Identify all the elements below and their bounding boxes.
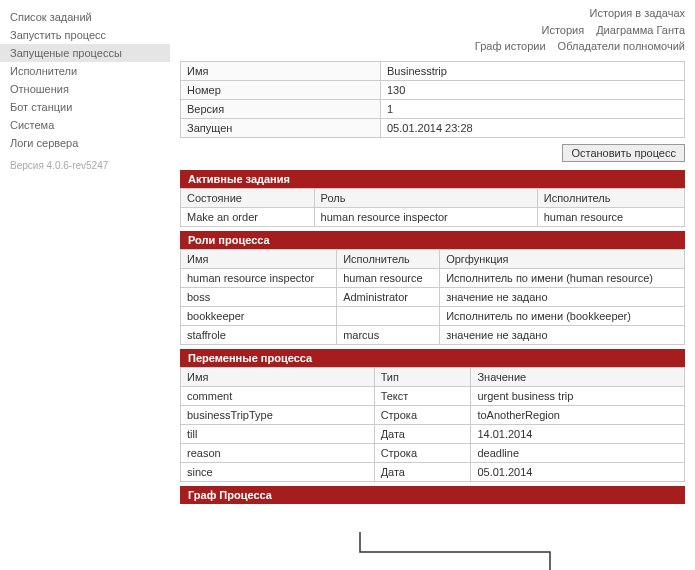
variables-table: ИмяТипЗначение commentТекстurgent busine… bbox=[180, 367, 685, 482]
link-history-tasks[interactable]: История в задачах bbox=[590, 7, 685, 19]
section-graph: Граф Процесса bbox=[180, 486, 685, 504]
table-row: businessTripTypeСтрокаtoAnotherRegion bbox=[181, 405, 685, 424]
sidebar-item-relations[interactable]: Отношения bbox=[0, 80, 170, 98]
col-type: Тип bbox=[374, 367, 471, 386]
info-ver-label: Версия bbox=[181, 99, 381, 118]
info-name-label: Имя bbox=[181, 61, 381, 80]
link-history-graph[interactable]: Граф истории bbox=[475, 40, 546, 52]
link-permissions[interactable]: Обладатели полномочий bbox=[558, 40, 685, 52]
table-row: human resource inspectorhuman resourceИс… bbox=[181, 268, 685, 287]
top-links: История в задачах ИсторияДиаграмма Ганта… bbox=[180, 5, 685, 55]
info-num-value: 130 bbox=[381, 80, 685, 99]
col-orgfunc: Оргфункция bbox=[440, 249, 685, 268]
info-ver-value: 1 bbox=[381, 99, 685, 118]
col-state: Состояние bbox=[181, 188, 315, 207]
info-start-label: Запущен bbox=[181, 118, 381, 137]
col-executor: Исполнитель bbox=[337, 249, 440, 268]
process-info-table: ИмяBusinesstrip Номер130 Версия1 Запущен… bbox=[180, 61, 685, 138]
stop-process-button[interactable]: Остановить процесс bbox=[562, 144, 685, 162]
sidebar-item-bot-stations[interactable]: Бот станции bbox=[0, 98, 170, 116]
table-row: bossAdministratorзначение не задано bbox=[181, 287, 685, 306]
sidebar-item-start-process[interactable]: Запустить процесс bbox=[0, 26, 170, 44]
sidebar-item-executors[interactable]: Исполнители bbox=[0, 62, 170, 80]
link-history[interactable]: История bbox=[542, 24, 585, 36]
table-row: reasonСтрокаdeadline bbox=[181, 443, 685, 462]
roles-table: ИмяИсполнительОргфункция human resource … bbox=[180, 249, 685, 345]
sidebar-item-server-logs[interactable]: Логи сервера bbox=[0, 134, 170, 152]
table-row: bookkeeperИсполнитель по имени (bookkeep… bbox=[181, 306, 685, 325]
sidebar: Список заданий Запустить процесс Запущен… bbox=[0, 0, 170, 570]
col-role: Роль bbox=[314, 188, 537, 207]
graph-lines bbox=[180, 512, 685, 571]
info-name-value: Businesstrip bbox=[381, 61, 685, 80]
info-start-value: 05.01.2014 23:28 bbox=[381, 118, 685, 137]
col-name: Имя bbox=[181, 367, 375, 386]
main-content: История в задачах ИсторияДиаграмма Ганта… bbox=[170, 0, 695, 570]
table-row: tillДата14.01.2014 bbox=[181, 424, 685, 443]
process-graph: (human resource inspector) Make an order… bbox=[180, 512, 685, 571]
active-tasks-table: СостояниеРольИсполнитель Make an orderhu… bbox=[180, 188, 685, 227]
table-row: Make an orderhuman resource inspectorhum… bbox=[181, 207, 685, 226]
section-variables: Переменные процесса bbox=[180, 349, 685, 367]
version-label: Версия 4.0.6-rev5247 bbox=[0, 152, 170, 179]
table-row: sinceДата05.01.2014 bbox=[181, 462, 685, 481]
sidebar-item-system[interactable]: Система bbox=[0, 116, 170, 134]
sidebar-item-running-processes[interactable]: Запущеные процессы bbox=[0, 44, 170, 62]
section-active-tasks: Активные задания bbox=[180, 170, 685, 188]
col-name: Имя bbox=[181, 249, 337, 268]
info-num-label: Номер bbox=[181, 80, 381, 99]
col-value: Значение bbox=[471, 367, 685, 386]
table-row: commentТекстurgent business trip bbox=[181, 386, 685, 405]
link-gantt[interactable]: Диаграмма Ганта bbox=[596, 24, 685, 36]
sidebar-item-tasks[interactable]: Список заданий bbox=[0, 8, 170, 26]
col-executor: Исполнитель bbox=[537, 188, 684, 207]
section-roles: Роли процесса bbox=[180, 231, 685, 249]
table-row: staffrolemarcusзначение не задано bbox=[181, 325, 685, 344]
